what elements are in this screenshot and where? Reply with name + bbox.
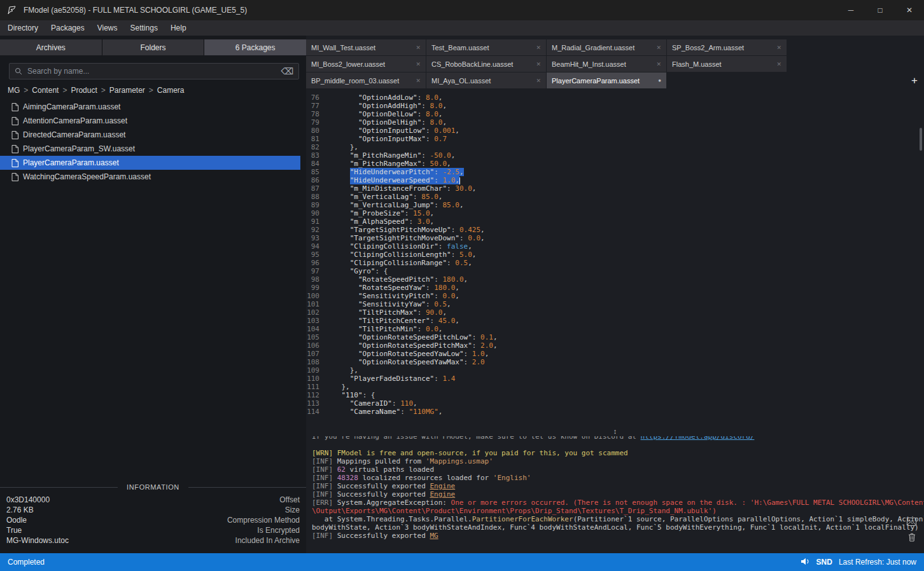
code-line-83[interactable]: 83 "m_PitchRangeMin": -50.0, [306,151,924,160]
file-directedcameraparam-uasset[interactable]: DirectedCameraParam.uasset [0,128,300,142]
code-line-79[interactable]: 79 "OptionDelHigh": 8.0, [306,118,924,127]
add-tab-button[interactable]: + [911,72,918,88]
code-line-89[interactable]: 89 "m_VerticalLag_Jump": 85.0, [306,201,924,209]
doc-tab-mi-aya-ol-uasset[interactable]: MI_Aya_OL.uasset✕ [426,72,546,88]
code-line-99[interactable]: 99 "RotateSpeedYaw": 180.0, [306,284,924,292]
doc-tab-mi-boss2-lower-uasset[interactable]: MI_Boss2_lower.uasset✕ [306,56,426,72]
code-line-107[interactable]: 107 "OptionRotateSpeedYawLow": 1.0, [306,350,924,358]
modified-dot-icon[interactable]: ● [658,78,661,83]
file-attentioncameraparam-uasset[interactable]: AttentionCameraParam.uasset [0,114,300,128]
code-editor[interactable]: 76 "OptionAddLow": 8.0,77 "OptionAddHigh… [306,88,924,425]
menu-directory[interactable]: Directory [1,20,45,36]
tab-folders[interactable]: Folders [102,39,204,55]
code-line-91[interactable]: 91 "m_AlphaSpeed": 3.0, [306,217,924,226]
code-line-82[interactable]: 82 }, [306,143,924,151]
minimize-button[interactable]: ─ [836,0,865,20]
maximize-button[interactable]: □ [865,0,895,20]
close-icon[interactable]: ✕ [656,45,661,51]
breadcrumb-content[interactable]: Content [32,86,59,95]
code-line-109[interactable]: 109 }, [306,366,924,375]
doc-tab-cs-robobackline-uasset[interactable]: CS_RoboBackLine.uasset✕ [426,56,546,72]
log-line-6: [INF] Successfully exported Engine [312,482,924,490]
code-line-85[interactable]: 85 "HideUnderwearPitch": -2.5, [306,168,924,176]
code-line-80[interactable]: 80 "OptionInputLow": 0.001, [306,127,924,135]
line-number: 81 [306,135,323,143]
code-line-105[interactable]: 105 "OptionRotateSpeedPitchLow": 0.1, [306,333,924,341]
close-button[interactable]: ✕ [895,0,924,20]
file-playercameraparam-uasset[interactable]: PlayerCameraParam.uasset [0,156,300,170]
breadcrumb-product[interactable]: Product [71,86,97,95]
code-line-77[interactable]: 77 "OptionAddHigh": 8.0, [306,102,924,110]
code-line-87[interactable]: 87 "m_MinDistanceFromChar": 30.0, [306,184,924,193]
code-line-100[interactable]: 100 "SensitivityPitch": 0.0, [306,292,924,300]
snd-label[interactable]: SND [816,558,832,567]
doc-tab-m-radial-gradient-uasset[interactable]: M_Radial_Gradient.uasset✕ [547,39,666,55]
menu-packages[interactable]: Packages [45,20,91,36]
close-icon[interactable]: ✕ [536,45,541,51]
trash-icon[interactable] [908,533,916,542]
file-watchingcameraspeedparam-uasset[interactable]: WatchingCameraSpeedParam.uasset [0,170,300,184]
audio-icon[interactable] [801,558,810,567]
menu-settings[interactable]: Settings [124,20,164,36]
splitter-handle[interactable]: ↕ [306,425,924,436]
tab-archives[interactable]: Archives [0,39,102,55]
code-line-111[interactable]: 111 }, [306,383,924,391]
code-line-97[interactable]: 97 "Gyro": { [306,267,924,275]
close-icon[interactable]: ✕ [536,61,541,67]
close-icon[interactable]: ✕ [416,61,421,67]
code-line-92[interactable]: 92 "TargetSightPitchMoveUp": 0.425, [306,226,924,234]
save-image-icon[interactable] [907,518,916,526]
menu-views[interactable]: Views [91,20,124,36]
code-line-104[interactable]: 104 "TiltPitchMin": 0.0, [306,325,924,333]
doc-tab-playercameraparam-uasset[interactable]: PlayerCameraParam.uasset● [547,72,666,88]
code-line-88[interactable]: 88 "m_VerticalLag": 85.0, [306,193,924,201]
code-line-84[interactable]: 84 "m_PitchRangeMax": 50.0, [306,160,924,168]
search-input[interactable] [27,67,281,76]
code-line-113[interactable]: 113 "CameraID": 110, [306,399,924,408]
log-link[interactable]: https://fmodel.app/discord/ [641,436,755,441]
code-line-110[interactable]: 110 "PlayerFadeDistance": 1.4 [306,375,924,383]
close-icon[interactable]: ✕ [536,78,541,84]
code-line-112[interactable]: 112 "110": { [306,391,924,399]
breadcrumb-mg[interactable]: MG [8,86,20,95]
code-line-103[interactable]: 103 "TiltPitchCenter": 45.0, [306,317,924,325]
doc-tab-sp-boss2-arm-uasset[interactable]: SP_Boss2_Arm.uasset✕ [667,39,787,55]
doc-tab-flash-m-uasset[interactable]: Flash_M.uasset✕ [667,56,787,72]
code-line-106[interactable]: 106 "OptionRotateSpeedPitchMax": 2.0, [306,341,924,350]
code-line-101[interactable]: 101 "SensitivityYaw": 0.5, [306,300,924,308]
code-line-114[interactable]: 114 "CameraName": "110MG", [306,408,924,416]
breadcrumb-camera[interactable]: Camera [157,86,185,95]
code-line-108[interactable]: 108 "OptionRotateSpeedYawMax": 2.0 [306,358,924,366]
close-icon[interactable]: ✕ [416,45,421,51]
tab-6-packages[interactable]: 6 Packages [204,39,306,55]
doc-tab-beamhit-m-inst-uasset[interactable]: BeamHit_M_Inst.uasset✕ [547,56,666,72]
breadcrumb-parameter[interactable]: Parameter [109,86,145,95]
code-line-96[interactable]: 96 "ClipingCollisionRange": 0.5, [306,259,924,267]
code-line-93[interactable]: 93 "TargetSightPitchMoveDown": 0.0, [306,234,924,242]
close-icon[interactable]: ✕ [776,45,781,51]
code-line-98[interactable]: 98 "RotateSpeedPitch": 180.0, [306,275,924,284]
file-aimingcameraparam-uasset[interactable]: AimingCameraParam.uasset [0,100,300,114]
code-line-86[interactable]: 86 "HideUnderwearSpeed": 1.0, [306,176,924,184]
code-line-90[interactable]: 90 "m_ProbeSize": 15.0, [306,209,924,217]
close-icon[interactable]: ✕ [416,78,421,84]
code-line-102[interactable]: 102 "TiltPitchMax": 90.0, [306,308,924,317]
doc-tab-mi-wall-test-uasset[interactable]: MI_Wall_Test.uasset✕ [306,39,426,55]
doc-tab-bp-middle-room-03-uasset[interactable]: BP_middle_room_03.uasset✕ [306,72,426,88]
code-line-94[interactable]: 94 "ClipingCollisionDir": false, [306,242,924,251]
menu-help[interactable]: Help [164,20,193,36]
close-icon[interactable]: ✕ [656,61,661,67]
code-scrollbar-thumb[interactable] [920,128,922,151]
window-controls: ─ □ ✕ [836,0,924,20]
code-line-81[interactable]: 81 "OptionInputMax": 0.7 [306,135,924,143]
code-text: "m_ProbeSize": 15.0, [325,209,434,217]
file-playercameraparam-sw-uasset[interactable]: PlayerCameraParam_SW.uasset [0,142,300,156]
log-segment: bodyWithState, Action`3 bodyWithStateAnd… [312,523,919,532]
app-logo-icon [6,5,17,16]
doc-tab-test-beam-uasset[interactable]: Test_Beam.uasset✕ [426,39,546,55]
code-line-76[interactable]: 76 "OptionAddLow": 8.0, [306,93,924,102]
clear-search-icon[interactable]: ⌫ [281,67,293,76]
code-line-95[interactable]: 95 "ClipingCollisionLength": 5.0, [306,251,924,259]
code-line-78[interactable]: 78 "OptionDelLow": 8.0, [306,110,924,118]
close-icon[interactable]: ✕ [776,61,781,67]
